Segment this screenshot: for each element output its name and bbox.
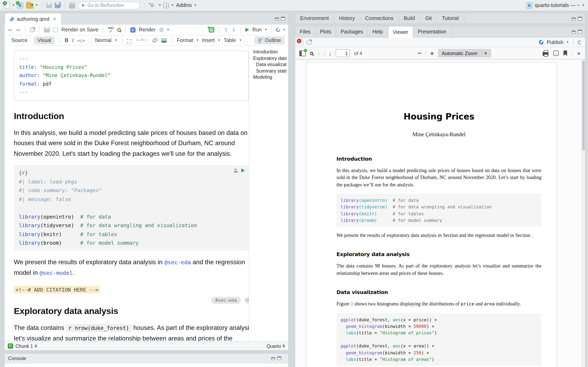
forward-icon[interactable]: ➡: [16, 26, 20, 33]
pdf-more-tools-icon[interactable]: »: [577, 50, 580, 56]
pdf-prev-page-icon[interactable]: ↑: [317, 50, 320, 57]
spellcheck-icon[interactable]: ABC✓: [108, 26, 114, 33]
pdf-search-icon[interactable]: [310, 52, 313, 55]
tab-authoring-qmd[interactable]: authoring.qmd ✕: [4, 13, 62, 25]
insert-menu[interactable]: Insert: [202, 38, 215, 43]
viewer-maximize-icon[interactable]: [578, 30, 582, 33]
render-settings-dropdown[interactable]: ▾: [167, 28, 169, 31]
render-settings-gear-icon[interactable]: ⚙: [159, 26, 164, 33]
bold-button[interactable]: B: [65, 38, 68, 43]
pdf-viewport[interactable]: Housing Prices Mine Çetinkaya-Rundel Int…: [295, 59, 585, 367]
tab-tutorial[interactable]: Tutorial: [437, 13, 464, 24]
render-on-save-checkbox[interactable]: [53, 27, 58, 32]
project-selector[interactable]: R quarto-tutorials — ~ ▾: [526, 2, 584, 8]
pdf-scrollbar[interactable]: [581, 59, 585, 367]
console-minimize-icon[interactable]: [271, 357, 275, 360]
editor-paragraph-intro[interactable]: In this analysis, we build a model predi…: [14, 127, 249, 159]
tab-connections[interactable]: Connections: [360, 13, 399, 24]
open-file-dropdown[interactable]: ▾: [36, 4, 38, 7]
image-icon[interactable]: [161, 38, 167, 43]
outline-item-dataviz[interactable]: Data visualization: [253, 62, 287, 68]
version-control-icon[interactable]: +G−: [149, 3, 156, 7]
outline-toggle-button[interactable]: Outline: [255, 37, 284, 44]
console-tab[interactable]: Console: [8, 355, 26, 361]
outline-item-eda[interactable]: Exploratory data …: [253, 55, 287, 62]
source-mode-button[interactable]: Source: [9, 37, 30, 44]
tab-presentation[interactable]: Presentation: [413, 26, 451, 37]
pdf-scrollbar-thumb[interactable]: [582, 61, 585, 150]
popout-editor-icon[interactable]: [30, 27, 35, 32]
run-chunk-icon[interactable]: [241, 168, 245, 173]
table-menu[interactable]: Table: [224, 38, 236, 43]
publish-button[interactable]: Publish: [547, 39, 563, 45]
tab-environment[interactable]: Environment: [295, 13, 334, 24]
pdf-zoom-select[interactable]: Automatic Zoom ▼: [438, 49, 491, 58]
insert-chunk-icon[interactable]: C: [209, 27, 214, 33]
tab-files[interactable]: Files: [295, 26, 315, 37]
publish-dropdown[interactable]: ▾: [567, 41, 568, 44]
print-icon[interactable]: [69, 4, 75, 8]
render-button[interactable]: Render: [139, 27, 156, 33]
addins-menu[interactable]: Addins ▾: [176, 2, 196, 8]
refresh-viewer-icon[interactable]: [578, 40, 582, 44]
outline-item-modeling[interactable]: Modeling: [253, 74, 287, 81]
paragraph-style-select[interactable]: Normal: [95, 38, 112, 43]
pdf-zoom-out-icon[interactable]: −: [418, 50, 422, 57]
new-file-dropdown[interactable]: ▾: [13, 4, 14, 7]
goto-file-input[interactable]: Go to file/function: [78, 1, 140, 9]
back-icon[interactable]: ⬅: [8, 26, 12, 33]
run-dropdown[interactable]: ▾: [265, 28, 267, 31]
inline-code-button[interactable]: </>: [77, 38, 85, 43]
run-chunks-above-icon[interactable]: [234, 169, 238, 172]
format-menu[interactable]: Format: [177, 38, 193, 43]
chunk-stepper-icon[interactable]: [35, 344, 37, 348]
minimize-pane-icon[interactable]: [275, 17, 279, 20]
section-options-button[interactable]: •••: [245, 297, 249, 304]
maximize-pane-icon[interactable]: [281, 17, 285, 20]
tab-plots[interactable]: Plots: [315, 26, 336, 37]
popout-viewer-icon[interactable]: [307, 40, 311, 44]
visual-mode-button[interactable]: Visual: [34, 37, 54, 44]
italic-button[interactable]: I: [72, 37, 74, 43]
console-maximize-icon[interactable]: [277, 356, 281, 360]
save-file-icon[interactable]: [44, 27, 50, 33]
pdf-bookmark-icon[interactable]: [563, 50, 567, 56]
open-file-icon[interactable]: ➔: [26, 3, 33, 8]
code-chunk-load-pkgs[interactable]: {r}#| label: load-pkgs#| code-summary: "…: [14, 165, 249, 250]
pdf-sidebar-toggle-icon[interactable]: [299, 50, 306, 56]
pdf-zoom-in-icon[interactable]: +: [430, 50, 434, 57]
section-id-badge[interactable]: #sec-eda: [211, 297, 241, 304]
pane-layout-icon[interactable]: [164, 3, 169, 8]
new-file-icon[interactable]: +: [4, 2, 10, 8]
bullet-list-icon[interactable]: [127, 38, 133, 43]
outline-item-introduction[interactable]: Introduction: [253, 49, 287, 55]
version-control-dropdown[interactable]: ▾: [159, 4, 161, 7]
tab-help[interactable]: Help: [368, 26, 388, 37]
tab-viewer[interactable]: Viewer: [388, 26, 413, 38]
numbered-list-icon[interactable]: [136, 38, 142, 43]
go-next-section-icon[interactable]: ⇩: [232, 27, 236, 33]
pdf-download-icon[interactable]: ↓: [553, 50, 559, 56]
rerun-dropdown[interactable]: ▾: [283, 28, 285, 31]
find-replace-icon[interactable]: [117, 28, 121, 32]
editor-document[interactable]: ---title: "Housing Prices"author: "Mine …: [4, 46, 249, 341]
link-icon[interactable]: [152, 38, 158, 43]
save-icon[interactable]: [46, 2, 52, 8]
run-button[interactable]: Run: [252, 27, 262, 33]
viewer-minimize-icon[interactable]: [572, 31, 576, 33]
new-project-icon[interactable]: +R: [17, 2, 23, 8]
pane-layout-dropdown[interactable]: ▾: [172, 4, 173, 7]
envpane-minimize-icon[interactable]: [572, 17, 576, 20]
file-type-selector[interactable]: Quarto: [267, 343, 285, 349]
envpane-maximize-icon[interactable]: [578, 17, 582, 20]
editor-heading-introduction[interactable]: Introduction: [14, 111, 244, 121]
editor-heading-eda[interactable]: Exploratory data analysis: [14, 306, 244, 316]
outline-item-summary[interactable]: Summary statis…: [253, 68, 287, 74]
editor-paragraph-data[interactable]: The data contains r nrow(duke_forest) ho…: [14, 322, 249, 341]
tab-close-icon[interactable]: ✕: [53, 16, 57, 22]
yaml-metadata-block[interactable]: ---title: "Housing Prices"author: "Mine …: [14, 50, 249, 100]
pdf-next-page-icon[interactable]: ↓: [329, 50, 332, 57]
chunk-position-selector[interactable]: Chunk 1: [16, 343, 33, 349]
tab-history[interactable]: History: [334, 13, 360, 24]
pdf-page-input[interactable]: [336, 49, 350, 57]
